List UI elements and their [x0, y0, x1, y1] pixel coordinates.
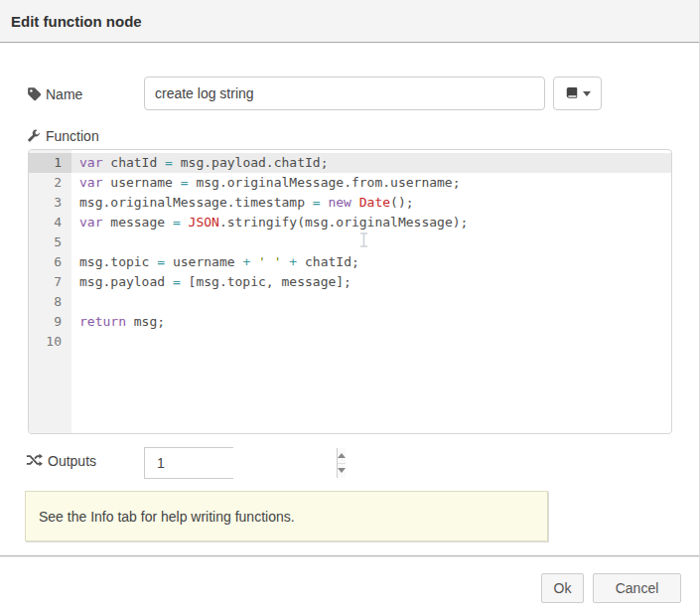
outputs-label: Outputs — [48, 453, 96, 469]
name-input[interactable] — [144, 77, 545, 110]
tag-icon — [27, 86, 42, 101]
ok-button[interactable]: Ok — [541, 573, 584, 603]
cancel-button[interactable]: Cancel — [593, 573, 681, 603]
info-tip-text: See the Info tab for help writing functi… — [39, 509, 295, 525]
gutter-line-number: 6 — [29, 252, 71, 272]
code-editor-gutter: 12345678910 — [29, 150, 71, 433]
code-line[interactable]: return msg; — [71, 312, 671, 332]
info-tip: See the Info tab for help writing functi… — [25, 491, 548, 541]
wrench-icon — [27, 129, 41, 143]
gutter-line-number: 1 — [29, 153, 71, 173]
mouse-cursor-ibeam — [359, 232, 368, 251]
code-line[interactable] — [71, 292, 671, 312]
gutter-line-number: 3 — [29, 193, 71, 213]
code-line[interactable]: msg.payload = [msg.topic, message]; — [71, 272, 671, 292]
chevron-down-icon — [583, 91, 591, 96]
gutter-line-number: 4 — [29, 213, 71, 232]
code-line[interactable] — [71, 232, 671, 252]
gutter-line-number: 9 — [29, 312, 71, 332]
footer-divider — [0, 555, 699, 556]
spinner-down-button[interactable] — [338, 464, 346, 479]
code-line[interactable]: var chatId = msg.payload.chatId; — [71, 153, 671, 173]
code-line[interactable]: var message = JSON.stringify(msg.origina… — [71, 213, 671, 232]
dialog-header: Edit function node — [0, 0, 699, 43]
code-line[interactable]: msg.topic = username + ' ' + chatId; — [71, 252, 671, 272]
code-line[interactable]: var username = msg.originalMessage.from.… — [71, 173, 671, 193]
arrow-down-icon — [338, 468, 346, 473]
library-button[interactable] — [553, 77, 602, 110]
gutter-line-number: 2 — [29, 173, 71, 193]
name-label: Name — [46, 86, 82, 102]
arrow-up-icon — [338, 453, 346, 458]
spinner-up-button[interactable] — [338, 448, 346, 464]
gutter-line-number: 10 — [29, 332, 71, 352]
shuffle-icon — [26, 453, 43, 467]
outputs-input[interactable] — [145, 448, 337, 478]
gutter-line-number: 7 — [29, 272, 71, 292]
gutter-line-number: 8 — [29, 292, 71, 312]
book-icon — [565, 86, 579, 100]
gutter-line-number: 5 — [29, 232, 71, 252]
dialog-title: Edit function node — [11, 13, 142, 30]
function-label: Function — [46, 128, 99, 144]
code-line[interactable]: msg.originalMessage.timestamp = new Date… — [71, 193, 671, 213]
code-line[interactable] — [71, 332, 671, 352]
function-code-editor[interactable]: 12345678910 var chatId = msg.payload.cha… — [28, 149, 672, 434]
edit-function-node-dialog: Edit function node Name Function 1234567… — [0, 0, 700, 615]
code-editor-lines[interactable]: var chatId = msg.payload.chatId;var user… — [71, 150, 671, 433]
outputs-spinner — [144, 447, 233, 479]
